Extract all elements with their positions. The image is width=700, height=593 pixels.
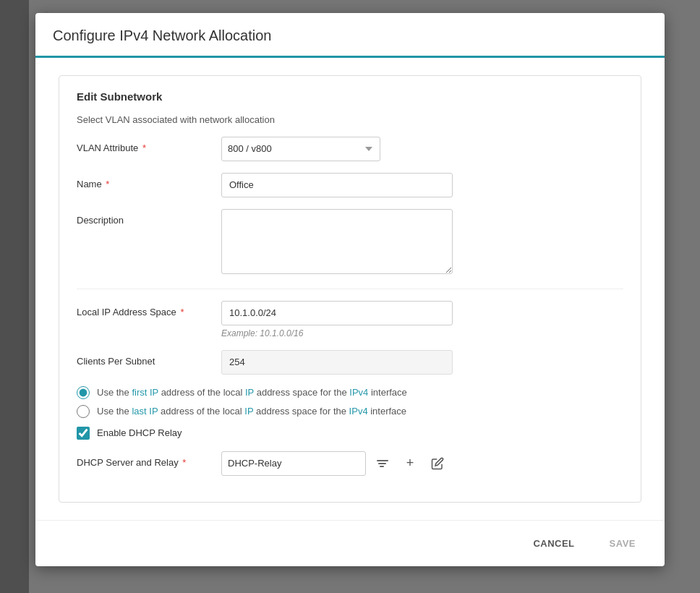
local-ip-hint: Example: 10.1.0.0/16 [221, 328, 623, 338]
modal-body: Edit Subnetwork Select VLAN associated w… [35, 58, 665, 520]
radio-first-option[interactable]: Use the first IP address of the local IP… [77, 386, 623, 399]
dhcp-relay-checkbox-row[interactable]: Enable DHCP Relay [77, 427, 623, 440]
dhcp-server-relay-select[interactable]: DHCP-RelayOther [221, 451, 366, 476]
description-textarea[interactable] [221, 209, 453, 274]
dhcp-server-relay-row: DHCP Server and Relay * DHCP-RelayOther [77, 451, 623, 476]
vlan-required-star: * [142, 142, 146, 153]
vlan-attribute-select[interactable]: 800 / v800100 / v100200 / v200 [221, 137, 380, 161]
local-ip-required-star: * [180, 307, 184, 317]
description-control-wrapper [221, 209, 623, 277]
clients-per-subnet-input[interactable] [221, 350, 453, 375]
radio-last-option[interactable]: Use the last IP address of the local IP … [77, 405, 623, 418]
section-title: Edit Subnetwork [77, 90, 623, 103]
radio-group: Use the first IP address of the local IP… [77, 386, 623, 418]
description-label: Description [77, 209, 221, 226]
filter-icon [377, 460, 388, 467]
dhcp-add-button[interactable]: + [399, 453, 421, 474]
save-button[interactable]: SAVE [598, 532, 647, 555]
local-ip-control-wrapper: Example: 10.1.0.0/16 [221, 301, 623, 338]
name-required-star: * [106, 179, 109, 189]
local-ip-input[interactable] [221, 301, 453, 325]
local-ip-row: Local IP Address Space * Example: 10.1.0… [77, 301, 623, 338]
modal-overlay: Configure IPv4 Network Allocation Edit S… [0, 0, 700, 593]
name-row: Name * [77, 173, 623, 197]
inner-card: Edit Subnetwork Select VLAN associated w… [59, 75, 641, 503]
dhcp-edit-button[interactable] [427, 453, 448, 474]
radio-last-input[interactable] [77, 405, 90, 418]
vlan-attribute-row: VLAN Attribute * 800 / v800100 / v100200… [77, 137, 623, 161]
radio-last-label: Use the last IP address of the local IP … [97, 406, 406, 417]
filter-line-1 [377, 460, 388, 461]
clients-per-subnet-label: Clients Per Subnet [77, 350, 221, 367]
dhcp-server-relay-label: DHCP Server and Relay * [77, 451, 221, 468]
dhcp-filter-button[interactable] [372, 453, 393, 474]
subsection-label: Select VLAN associated with network allo… [77, 114, 623, 125]
dialog-title: Configure IPv4 Network Allocation [53, 27, 647, 44]
name-control-wrapper [221, 173, 623, 197]
description-row: Description [77, 209, 623, 277]
divider-1 [77, 289, 623, 289]
filter-line-2 [378, 463, 386, 464]
vlan-attribute-label: VLAN Attribute * [77, 137, 221, 153]
filter-line-3 [380, 466, 384, 467]
dhcp-select-row: DHCP-RelayOther + [221, 451, 623, 476]
dhcp-relay-checkbox[interactable] [77, 427, 90, 440]
local-ip-label: Local IP Address Space * [77, 301, 221, 317]
dhcp-required-star: * [182, 457, 186, 468]
name-label: Name * [77, 173, 221, 189]
configure-dialog: Configure IPv4 Network Allocation Edit S… [35, 13, 665, 566]
vlan-control-wrapper: 800 / v800100 / v100200 / v200 [221, 137, 623, 161]
dhcp-server-relay-control-wrapper: DHCP-RelayOther + [221, 451, 623, 476]
clients-per-subnet-row: Clients Per Subnet [77, 350, 623, 375]
modal-footer: CANCEL SAVE [35, 520, 665, 566]
radio-first-input[interactable] [77, 386, 90, 399]
dhcp-relay-checkbox-label: Enable DHCP Relay [97, 427, 182, 438]
modal-header: Configure IPv4 Network Allocation [35, 13, 665, 58]
radio-first-label: Use the first IP address of the local IP… [97, 387, 407, 398]
name-input[interactable] [221, 173, 453, 197]
clients-per-subnet-control-wrapper [221, 350, 623, 375]
cancel-button[interactable]: CANCEL [521, 532, 586, 555]
